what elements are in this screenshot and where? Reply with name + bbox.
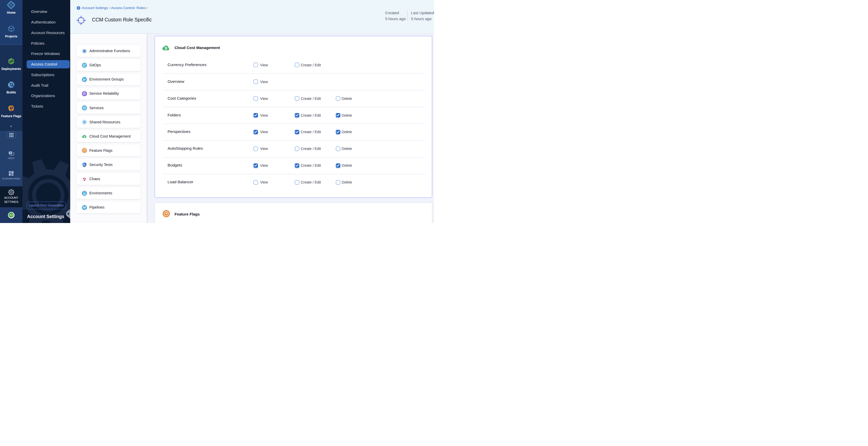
svg-text:$: $ [84, 135, 85, 138]
svg-text:$: $ [165, 46, 167, 50]
svg-text:?: ? [10, 152, 11, 154]
